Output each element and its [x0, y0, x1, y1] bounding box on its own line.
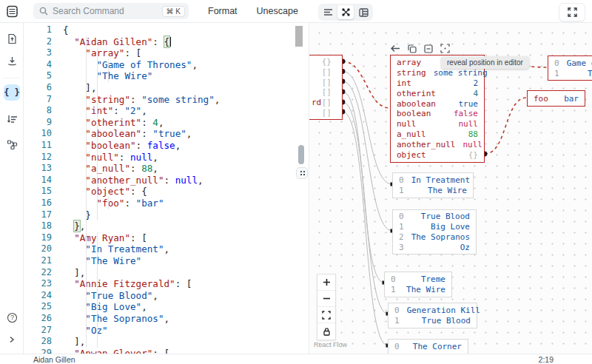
array-index: 2 — [399, 232, 404, 242]
editor-line[interactable]: 27 "Oz" — [24, 325, 295, 337]
editor-line[interactable]: 1{ — [24, 24, 295, 36]
graph-node-treme[interactable]: 0Treme1The Wire — [384, 272, 452, 297]
editor-line[interactable]: 10 "aboolean": "true", — [24, 128, 295, 140]
import-file-button[interactable] — [0, 27, 24, 50]
graph-view-button[interactable] — [337, 5, 354, 19]
node-row[interactable]: [] — [309, 107, 342, 118]
node-row[interactable]: int2 — [391, 78, 484, 89]
line-number: 27 — [24, 325, 52, 337]
node-row[interactable]: 1True Blood — [388, 316, 477, 327]
live-transform-button[interactable] — [0, 108, 24, 130]
node-row[interactable]: otherint4 — [391, 88, 484, 98]
editor-line[interactable]: 12 "null": null, — [24, 152, 295, 164]
editor-line[interactable]: 21 "The Wire" — [24, 255, 295, 267]
editor-line[interactable]: 23 "Annie Fitzgerald": [ — [24, 278, 295, 290]
editor-line[interactable]: 8 "int": "2", — [24, 105, 295, 117]
zoom-out-button[interactable] — [317, 291, 335, 307]
node-row[interactable]: 0Game of Thrones — [548, 58, 592, 68]
node-row[interactable]: 0In Treatment — [393, 175, 473, 186]
editor-line[interactable]: 6 ], — [24, 82, 295, 94]
expand-sidebar-button[interactable] — [0, 328, 24, 351]
editor-line[interactable]: 25 "Big Love", — [24, 301, 295, 313]
editor-line[interactable]: 13 "a_null": 88, — [24, 163, 295, 175]
list-view-button[interactable] — [320, 5, 336, 19]
editor-line[interactable]: 4 "Game of Thrones", — [24, 59, 295, 71]
editor-line[interactable]: 28 ], — [24, 336, 295, 348]
indent-guide — [108, 59, 109, 82]
graph-node-game[interactable]: 0Game of Thrones1The Wire — [548, 55, 592, 81]
graph-node-treatment[interactable]: 0In Treatment1The Wire — [392, 172, 474, 198]
zoom-in-button[interactable] — [317, 274, 335, 291]
node-row[interactable]: {} — [309, 57, 342, 67]
app-logo-icon[interactable] — [0, 5, 24, 18]
editor-line[interactable]: 5 "The Wire" — [24, 70, 295, 82]
node-row[interactable]: booleanfalse — [391, 109, 484, 119]
editor-line[interactable]: 22 ], — [24, 267, 295, 279]
node-row[interactable]: a_null88 — [391, 129, 484, 140]
help-button[interactable]: ? — [0, 306, 24, 328]
table-view-button[interactable] — [355, 5, 371, 19]
editor-line[interactable]: 7 "string": "some string", — [24, 94, 295, 106]
editor-line[interactable]: 15 "object": { — [24, 186, 295, 198]
fullscreen-button[interactable] — [559, 3, 585, 21]
lock-button[interactable] — [317, 323, 335, 340]
graph-node-blood[interactable]: 0True Blood1Big Love2The Sopranos3Oz — [392, 209, 477, 255]
node-row[interactable]: another_nullnull — [391, 139, 484, 149]
copy-icon[interactable] — [408, 44, 417, 53]
node-row[interactable]: nullnull — [391, 119, 484, 129]
array-index: 1 — [391, 285, 396, 294]
editor-line[interactable]: 26 "The Sopranos", — [24, 313, 295, 325]
node-row[interactable]: 1The Wire — [393, 186, 473, 197]
download-button[interactable] — [0, 50, 24, 72]
back-icon[interactable] — [391, 44, 400, 53]
editor-line[interactable]: 20 "In Treatment", — [24, 243, 295, 255]
format-button[interactable]: Format — [208, 6, 238, 16]
editor-line[interactable]: 17 } — [24, 209, 295, 221]
node-row[interactable]: 0Treme — [385, 274, 451, 285]
graph-canvas[interactable]: {}[][][][][]rdarraystringsome stringint2… — [309, 23, 592, 354]
editor-line[interactable]: 2 "Aidan Gillen": { — [24, 36, 295, 48]
editor-line[interactable]: 16 "foo": "bar" — [24, 198, 295, 209]
editor-scrollbar-thumb[interactable] — [295, 26, 303, 47]
editor-line[interactable]: 9 "otherint": 4, — [24, 117, 295, 129]
search-input[interactable]: Search Command ⌘ K — [33, 3, 189, 19]
node-row[interactable]: 3Oz — [393, 242, 476, 252]
collapse-icon[interactable] — [424, 44, 433, 53]
focus-icon[interactable] — [440, 44, 450, 53]
divider-grip[interactable] — [296, 167, 308, 179]
node-row[interactable]: 0True Blood — [393, 212, 476, 222]
node-row[interactable]: [] — [309, 67, 342, 78]
node-row[interactable]: [] — [309, 87, 342, 98]
flow-mode-button[interactable] — [0, 133, 24, 155]
editor-line[interactable]: 24 "True Blood", — [24, 290, 295, 302]
graph-node-aidan[interactable]: arraystringsome stringint2otherint4abool… — [390, 55, 485, 163]
editor-line[interactable]: 11 "boolean": false, — [24, 140, 295, 152]
panel-divider[interactable] — [309, 23, 309, 354]
node-row[interactable]: 0The Corner — [388, 341, 468, 352]
node-row[interactable]: [] — [309, 77, 342, 87]
node-row[interactable]: abooleantrue — [391, 98, 484, 109]
editor-line[interactable]: 18 }, — [24, 220, 295, 232]
search-shortcut-badge: ⌘ K — [162, 6, 185, 17]
node-row[interactable]: 1The Wire — [385, 285, 451, 296]
editor-line[interactable]: 14 "another_null": null, — [24, 175, 295, 186]
node-row[interactable]: object{} — [391, 149, 484, 160]
node-row[interactable]: stringsome string — [391, 68, 484, 78]
node-row[interactable]: 2The Sopranos — [393, 232, 476, 243]
editor-line[interactable]: 19 "Amy Ryan": [ — [24, 232, 295, 244]
json-editor-button[interactable]: { } — [0, 81, 24, 104]
unescape-button[interactable]: Unescape — [257, 6, 298, 16]
node-row[interactable]: 1The Wire — [548, 68, 592, 78]
node-row[interactable]: foobar — [528, 92, 585, 104]
node-row[interactable]: 1Big Love — [393, 222, 476, 232]
editor-line[interactable]: 29 "Anwan Glover": [ — [24, 348, 295, 354]
editor-line[interactable]: 3 "array": [ — [24, 47, 295, 59]
graph-node-corner[interactable]: 0The Corner — [388, 339, 468, 354]
graph-node-genkill[interactable]: 0Generation Kill1True Blood — [388, 303, 477, 328]
graph-node-foo[interactable]: foobar — [527, 90, 585, 107]
graph-node-root[interactable]: {}[][][][][]rd — [309, 55, 343, 120]
fit-view-button[interactable] — [317, 307, 335, 323]
divider-thumb[interactable] — [298, 145, 304, 164]
node-row[interactable]: 0Generation Kill — [388, 305, 477, 316]
json-code-editor[interactable]: 1{2 "Aidan Gillen": {3 "array": [4 "Game… — [24, 23, 295, 354]
